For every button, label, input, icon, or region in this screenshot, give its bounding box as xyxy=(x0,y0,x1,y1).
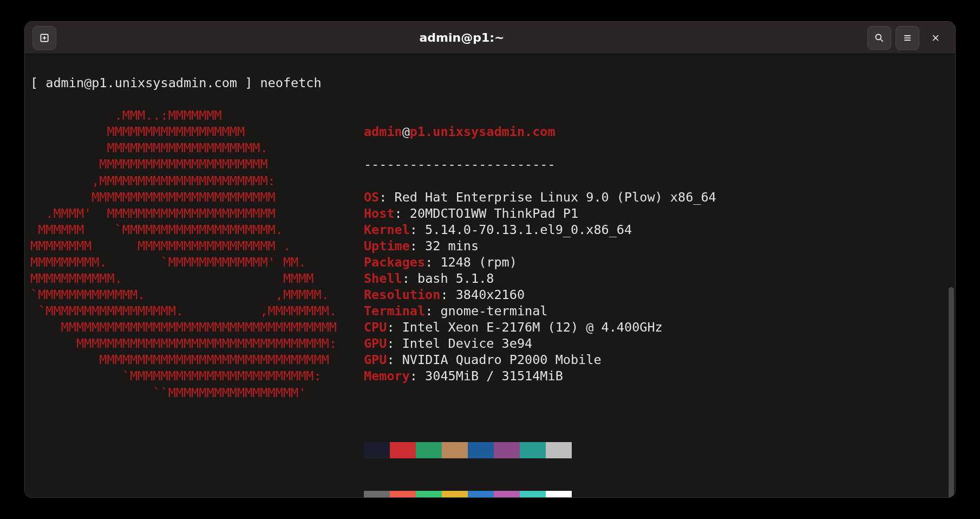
info-value: : 32 mins xyxy=(410,238,479,254)
color-swatch xyxy=(546,442,572,458)
new-tab-icon xyxy=(39,33,50,43)
info-row: GPU: Intel Device 3e94 xyxy=(364,335,716,352)
logo-line: MMMMMMMMMMMMMMMMMMMMMM xyxy=(30,156,337,172)
info-user: admin xyxy=(364,124,402,139)
color-swatch xyxy=(494,442,520,458)
info-value: : Intel Device 3e94 xyxy=(387,336,532,351)
info-separator: ------------------------- xyxy=(364,156,716,172)
color-swatch xyxy=(364,491,390,497)
info-value: : Intel Xeon E-2176M (12) @ 4.400GHz xyxy=(387,320,662,335)
info-row: Packages: 1248 (rpm) xyxy=(364,254,716,270)
info-row: Memory: 3045MiB / 31514MiB xyxy=(364,368,716,384)
hamburger-icon xyxy=(902,33,913,43)
info-row: GPU: NVIDIA Quadro P2000 Mobile xyxy=(364,352,716,368)
info-label: Host xyxy=(364,206,395,221)
logo-line: ,MMMMMMMMMMMMMMMMMMMMMM: xyxy=(30,173,337,189)
info-row: Resolution: 3840x2160 xyxy=(364,287,716,303)
info-value: : Red Hat Enterprise Linux 9.0 (Plow) x8… xyxy=(379,190,716,205)
info-row: Kernel: 5.14.0-70.13.1.el9_0.x86_64 xyxy=(364,222,716,238)
logo-line: MMMMMMMM MMMMMMMMMMMMMMMMMM . xyxy=(30,238,337,254)
info-label: Memory xyxy=(364,368,410,384)
logo-line: MMMMMMMMMMMMMMMMMMMM. xyxy=(30,140,337,156)
info-value: : 3045MiB / 31514MiB xyxy=(410,368,563,384)
info-value: : gnome-terminal xyxy=(425,303,547,319)
info-label: Resolution xyxy=(364,287,440,302)
info-at: @ xyxy=(402,124,410,139)
search-icon xyxy=(874,33,885,43)
svg-point-3 xyxy=(876,34,881,40)
color-swatch xyxy=(520,491,546,497)
ascii-logo: .MMM..:MMMMMMM MMMMMMMMMMMMMMMMMM MMMMMM… xyxy=(30,107,337,497)
info-row: Terminal: gnome-terminal xyxy=(364,303,716,319)
info-value: : 5.14.0-70.13.1.el9_0.x86_64 xyxy=(410,222,632,237)
search-button[interactable] xyxy=(867,26,891,50)
color-swatch xyxy=(416,491,442,497)
logo-line: MMMMMMMMMMMMMMMMMMMMMMMMMMMMMMMMM: xyxy=(30,335,337,352)
logo-line: `MMMMMMMMMMMMMMMMM. ,MMMMMMMM. xyxy=(30,303,337,319)
neofetch-output: .MMM..:MMMMMMM MMMMMMMMMMMMMMMMMM MMMMMM… xyxy=(30,107,950,497)
close-button[interactable] xyxy=(924,26,948,50)
window-title: admin@p1:~ xyxy=(58,31,865,44)
logo-line: MMMMMMMMMMMMMMMMMMMMMMMMMMMMMM xyxy=(30,352,337,368)
logo-line: .MMMM' MMMMMMMMMMMMMMMMMMMMMM xyxy=(30,205,337,222)
command-text: neofetch xyxy=(260,75,321,90)
color-swatch xyxy=(442,491,468,497)
info-label: Packages xyxy=(364,255,425,270)
info-row: Shell: bash 5.1.8 xyxy=(364,270,716,287)
color-swatch xyxy=(416,442,442,458)
color-swatch xyxy=(442,442,468,458)
info-label: OS xyxy=(364,190,379,205)
terminal-window: admin@p1:~ xyxy=(24,21,956,498)
info-row: OS: Red Hat Enterprise Linux 9.0 (Plow) … xyxy=(364,189,716,205)
info-value: : bash 5.1.8 xyxy=(402,271,494,286)
logo-line: ``MMMMMMMMMMMMMMMMM' xyxy=(30,385,337,401)
info-row: CPU: Intel Xeon E-2176M (12) @ 4.400GHz xyxy=(364,319,716,335)
info-label: CPU xyxy=(364,320,387,335)
color-swatch xyxy=(468,442,494,458)
color-swatch xyxy=(390,442,416,458)
info-value: : 20MDCTO1WW ThinkPad P1 xyxy=(395,206,579,221)
logo-line: MMMMMMMMM. `MMMMMMMMMMMMM' MM. xyxy=(30,254,337,270)
info-value: : NVIDIA Quadro P2000 Mobile xyxy=(387,352,601,367)
terminal-body[interactable]: [ admin@p1.unixsysadmin.com ] neofetch .… xyxy=(25,54,955,497)
logo-line: MMMMMMMMMMM. MMMM xyxy=(30,270,337,287)
new-tab-button[interactable] xyxy=(32,26,56,50)
logo-line: MMMMMM `MMMMMMMMMMMMMMMMMMMM. xyxy=(30,222,337,238)
logo-line: MMMMMMMMMMMMMMMMMM xyxy=(30,124,337,140)
info-value: : 1248 (rpm) xyxy=(425,255,517,270)
svg-line-4 xyxy=(881,39,883,41)
close-icon xyxy=(930,33,941,43)
info-host: p1.unixsysadmin.com xyxy=(410,124,556,139)
logo-line: `MMMMMMMMMMMMMMMMMMMMMMMM: xyxy=(30,368,337,384)
info-row: Uptime: 32 mins xyxy=(364,238,716,254)
color-swatch xyxy=(468,491,494,497)
color-swatch xyxy=(546,491,572,497)
info-label: Kernel xyxy=(364,222,410,237)
menu-button[interactable] xyxy=(896,26,919,50)
info-label: GPU xyxy=(364,336,387,351)
color-swatch xyxy=(494,491,520,497)
info-label: Shell xyxy=(364,271,402,286)
color-swatch xyxy=(390,491,416,497)
logo-line: MMMMMMMMMMMMMMMMMMMMMMMMMMMMMMMMMMMM xyxy=(30,319,337,335)
shell-prompt: [ admin@p1.unixsysadmin.com ] xyxy=(30,75,260,90)
logo-line: `MMMMMMMMMMMMM. ,MMMMM. xyxy=(30,287,337,303)
system-info: admin@p1.unixsysadmin.com --------------… xyxy=(364,107,716,497)
info-label: Uptime xyxy=(364,238,410,254)
logo-line: MMMMMMMMMMMMMMMMMMMMMMMM xyxy=(30,189,337,205)
color-palette xyxy=(364,410,716,497)
info-value: : 3840x2160 xyxy=(440,287,525,302)
titlebar: admin@p1:~ xyxy=(25,22,955,54)
scrollbar[interactable] xyxy=(949,287,954,498)
info-label: Terminal xyxy=(364,303,425,319)
info-row: Host: 20MDCTO1WW ThinkPad P1 xyxy=(364,205,716,222)
color-swatch xyxy=(364,442,390,458)
logo-line: .MMM..:MMMMMMM xyxy=(30,107,337,124)
info-label: GPU xyxy=(364,352,387,367)
color-swatch xyxy=(520,442,546,458)
